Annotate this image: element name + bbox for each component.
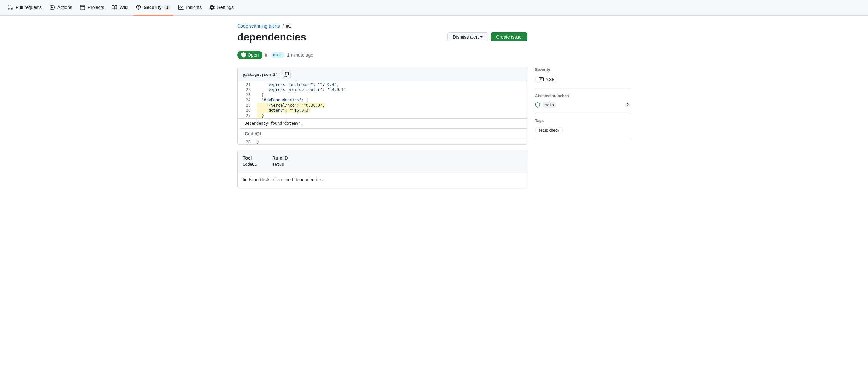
shield-icon [241,53,246,58]
line-ref: :24 [271,72,278,77]
tab-label: Projects [88,5,104,10]
breadcrumb-parent[interactable]: Code scanning alerts [237,23,280,28]
status-row: Open in main 1 minute ago [237,51,527,59]
line-number: 25 [238,103,254,108]
rule-id-value: setup [272,162,288,167]
severity-badge: Note [535,76,557,83]
line-number: 21 [238,82,254,87]
shield-check-icon [535,102,540,108]
line-content: } [254,139,527,144]
copy-icon [283,72,289,77]
tab-pull-requests[interactable]: Pull requests [5,0,44,16]
line-number: 24 [238,98,254,103]
tab-actions[interactable]: Actions [47,0,75,16]
code-line: 22 "express-promise-router": "^4.0.1" [238,87,527,92]
tab-label: Wiki [119,5,128,10]
code-line: 26 "dotenv": "^16.0.3" [238,108,527,113]
git-pull-request-icon [8,5,13,10]
repo-tabs: Pull requests Actions Projects Wiki Secu… [0,0,868,16]
alert-message: Dependency found'dotenv'. [239,118,527,128]
tab-settings[interactable]: Settings [207,0,236,16]
line-content: "express-promise-router": "^4.0.1" [254,87,527,92]
note-icon [538,77,544,82]
tag-chip[interactable]: setup check [535,127,563,134]
page-title: dependencies [237,31,306,43]
state-badge: Open [237,51,262,59]
security-counter: 1 [164,4,170,10]
severity-title: Severity [535,67,631,72]
dismiss-alert-button[interactable]: Dismiss alert [447,32,488,41]
line-number: 27 [238,113,254,118]
affected-branch-row[interactable]: main 2 [535,102,631,108]
table-icon [80,5,85,10]
line-content: "dotenv": "^16.0.3" [254,108,527,113]
line-content: } [254,113,527,118]
code-line: 24 "devDependencies": { [238,98,527,103]
tab-label: Actions [57,5,72,10]
line-number: 23 [238,92,254,98]
branch-chip[interactable]: main [271,52,284,58]
tab-projects[interactable]: Projects [78,0,107,16]
timestamp: 1 minute ago [287,53,313,58]
create-issue-button[interactable]: Create issue [491,32,527,41]
shield-icon [136,5,141,10]
line-number: 28 [238,139,254,144]
gear-icon [209,5,215,10]
code-lines-trailing: 28} [238,139,527,144]
graph-icon [178,5,184,10]
book-icon [112,5,117,10]
copy-button[interactable] [282,70,291,79]
line-number: 26 [238,108,254,113]
tool-label: Tool [243,156,257,161]
line-content: "devDependencies": { [254,98,527,103]
line-content: }, [254,92,527,98]
tab-label: Settings [217,5,234,10]
play-icon [50,5,55,10]
tab-insights[interactable]: Insights [176,0,204,16]
state-text: Open [248,53,258,58]
tab-wiki[interactable]: Wiki [109,0,130,16]
rule-info: Tool CodeQL Rule ID setup finds and list… [237,150,527,188]
rule-id-label: Rule ID [272,156,288,161]
in-label: in [265,53,269,58]
breadcrumb-current: #1 [286,23,291,28]
filename[interactable]: package.json [243,72,271,77]
tab-label: Pull requests [16,5,42,10]
line-content: "@vercel/ncc": "^0.36.0", [254,103,527,108]
severity-value: Note [546,77,554,82]
code-line: 28} [238,139,527,144]
breadcrumb: Code scanning alerts / #1 [237,23,527,28]
line-content: "express-handlebars": "^7.0.4", [254,82,527,87]
tab-label: Insights [186,5,202,10]
tags-title: Tags [535,118,631,123]
branch-name: main [543,102,556,108]
code-line: 23 }, [238,92,527,98]
code-line: 25 "@vercel/ncc": "^0.36.0", [238,103,527,108]
code-lines: 21 "express-handlebars": "^7.0.4",22 "ex… [238,82,527,118]
branch-count: 2 [624,103,631,107]
tool-value: CodeQL [243,162,257,167]
code-line: 27 } [238,113,527,118]
code-snippet: package.json:24 21 "express-handlebars":… [237,67,527,145]
breadcrumb-separator: / [282,23,283,28]
tab-security[interactable]: Security 1 [133,0,173,16]
alert-tool[interactable]: CodeQL [239,128,527,139]
chevron-down-icon [480,36,483,37]
branches-title: Affected branches [535,93,631,98]
code-line: 21 "express-handlebars": "^7.0.4", [238,82,527,87]
tab-label: Security [144,5,161,10]
line-number: 22 [238,87,254,92]
rule-description: finds and lists referenced dependencies [238,172,527,188]
